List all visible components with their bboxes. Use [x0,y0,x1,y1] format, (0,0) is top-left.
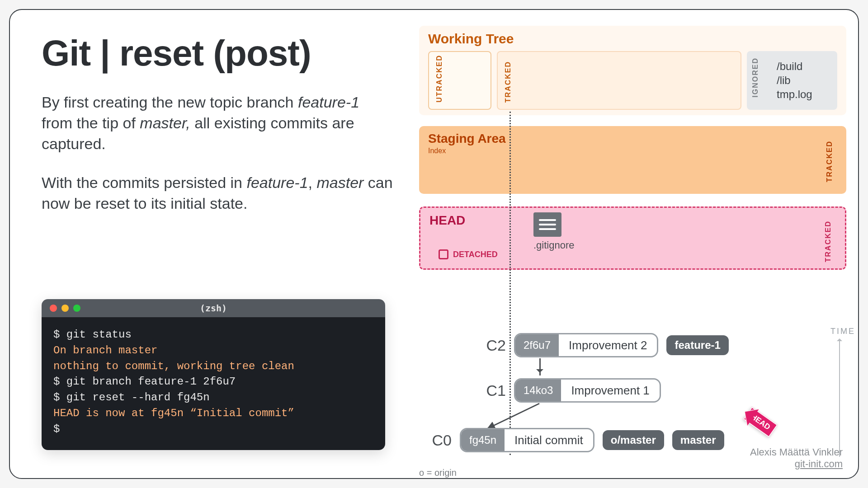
head-panel: HEAD DETACHED TRACKED .gitignore [419,206,846,270]
ignored-file: /lib [777,73,828,87]
ignored-file: tmp.log [777,87,828,101]
terminal-line: HEAD is now at fg45n “Initial commit” [53,406,373,422]
commit-message: Improvement 1 [561,384,659,398]
commit-message: Initial commit [505,433,593,447]
commit-id: C1 [473,382,506,399]
detached-indicator: DETACHED [439,249,498,259]
commit-hash: 14ko3 [515,380,561,401]
terminal-body: $ git statusOn branch masternothing to c… [42,317,385,450]
gitignore-label: .gitignore [533,239,575,251]
tracked-box: TRACKED [497,51,741,110]
terminal: (zsh) $ git statusOn branch masternothin… [42,299,385,450]
terminal-line: $ [53,422,373,437]
branch-tag: feature-1 [666,335,728,355]
commit-message: Improvement 2 [559,338,657,352]
file-icon [533,212,561,237]
terminal-line: $ git branch feature-1 2f6u7 [53,374,373,390]
head-pointer-arrow: HEAD [743,407,778,437]
gitignore-file: .gitignore [533,212,575,251]
checkbox-icon [439,249,448,259]
commit-id: C2 [473,337,506,354]
commit-c1: C1 14ko3 Improvement 1 [473,378,661,403]
working-tree-title: Working Tree [428,31,837,47]
author-site: git-init.com [750,458,843,470]
ignored-box: IGNORED /build/libtmp.log [747,51,837,110]
detached-label: DETACHED [453,250,498,259]
time-label: TIME [830,327,855,336]
head-tracked-label: TRACKED [824,221,832,262]
commit-pill: 2f6u7 Improvement 2 [514,333,658,357]
terminal-shell-name: (zsh) [42,303,385,314]
commit-c0: C0 fg45n Initial commit o/master master [419,428,724,452]
head-title: HEAD [429,213,836,228]
terminal-line: nothing to commit, working tree clean [53,359,373,375]
staging-subtitle: Index [428,147,837,155]
commit-pill: 14ko3 Improvement 1 [514,378,661,403]
terminal-title-bar: (zsh) [42,299,385,317]
ignored-files: /build/libtmp.log [777,59,828,102]
paragraph-2: With the commits persisted in feature-1,… [42,173,394,214]
commit-hash: 2f6u7 [515,334,559,356]
ignored-file: /build [777,59,828,73]
branch-tag: o/master [603,430,664,450]
terminal-line: On branch master [53,343,373,359]
diagram-column: Working Tree UTRACKED TRACKED IGNORED /b… [419,26,846,270]
paragraph-1: By first creating the new topic branch f… [42,92,394,155]
untracked-box: UTRACKED [428,51,491,110]
staging-tracked-label: TRACKED [826,141,834,182]
staging-area-panel: Staging Area Index TRACKED [419,126,846,194]
time-axis: TIME [828,328,846,460]
terminal-line: $ git status [53,327,373,343]
branch-tag: master [672,430,724,450]
ignored-label: IGNORED [751,57,760,98]
author-name: Alexis Määttä Vinkler [750,446,843,458]
head-pointer-label: HEAD [743,407,778,437]
working-tree-panel: Working Tree UTRACKED TRACKED IGNORED /b… [419,26,846,115]
arrow-c2-c1 [539,358,541,375]
page-title: Git | reset (post) [42,33,394,74]
commit-pill: fg45n Initial commit [460,428,594,452]
commit-c2: C2 2f6u7 Improvement 2 feature-1 [473,333,729,357]
terminal-line: $ git reset --hard fg45n [53,390,373,406]
svg-line-0 [487,404,539,429]
commit-id: C0 [419,432,452,449]
tracked-label: TRACKED [504,61,512,103]
slide: Git | reset (post) By first creating the… [9,9,859,479]
staging-title: Staging Area [428,131,837,146]
credit: Alexis Määttä Vinkler git-init.com [750,446,843,470]
left-column: Git | reset (post) By first creating the… [42,33,394,214]
origin-legend: o = origin [419,468,457,478]
untracked-label: UTRACKED [435,55,443,103]
commit-hash: fg45n [461,429,505,451]
